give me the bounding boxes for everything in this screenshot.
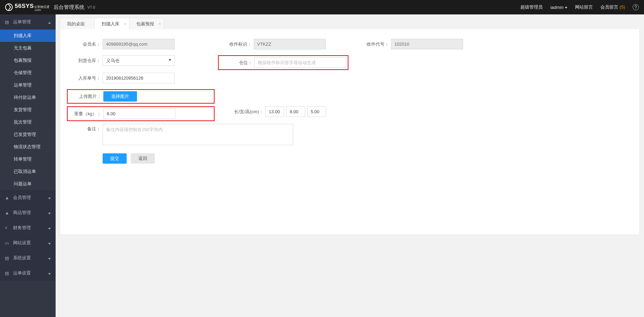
app-title: 后台管理系统	[54, 4, 84, 11]
top-header: 56SYS 全景物流通 .com 后台管理系统 V7.0 超级管理员 iadmi…	[0, 0, 644, 14]
role-label: 超级管理员	[520, 4, 543, 10]
site-message-link[interactable]: 网站留言	[575, 4, 593, 10]
app-version: V7.0	[87, 5, 95, 9]
help-icon[interactable]: ?	[633, 4, 639, 10]
user-menu[interactable]: iadmin	[550, 5, 567, 10]
brand-logo[interactable]: 56SYS 全景物流通 .com	[5, 3, 49, 12]
member-message-count: (5)	[620, 4, 625, 10]
chevron-down-icon	[565, 7, 567, 9]
logo-mark-icon	[5, 3, 13, 11]
header-right: 超级管理员 iadmin 网站留言 会员留言 (5) ?	[520, 4, 639, 10]
member-message-link[interactable]: 会员留言 (5)	[600, 4, 625, 10]
brand-suffix: .com	[34, 9, 49, 12]
brand-text: 56SYS	[15, 3, 34, 10]
